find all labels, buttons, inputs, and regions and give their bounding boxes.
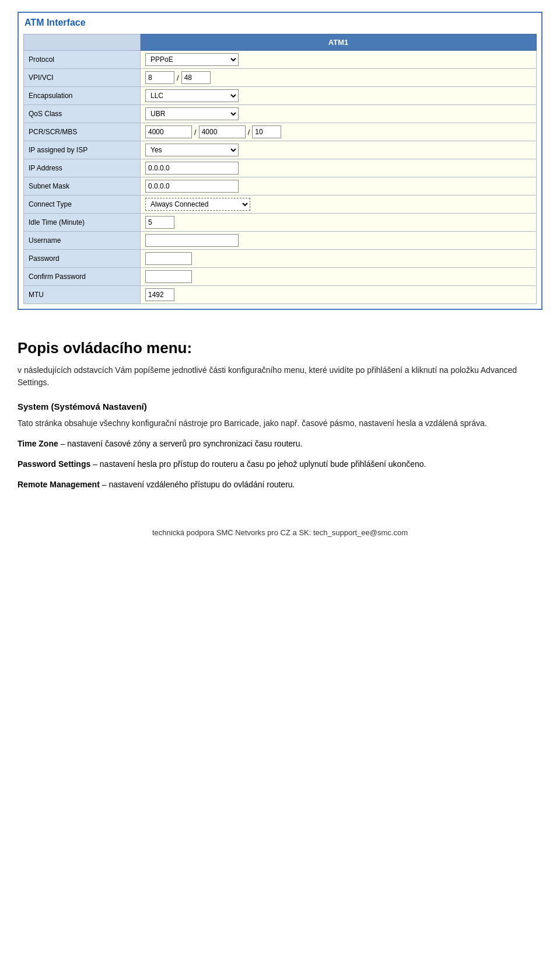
desc-item-0: System (Systémová Nastavení)Tato stránka… <box>18 400 542 430</box>
atm-interface-section: ATM Interface ATM1 ProtocolPPPoEVPI/VCI/… <box>18 12 542 310</box>
atm1-header: ATM1 <box>141 34 537 51</box>
select-qos-class[interactable]: UBR <box>145 107 239 120</box>
desc-item-body-0: Tato stránka obsahuje všechny konfigurač… <box>18 417 542 430</box>
atm-row-value-2[interactable]: LLC <box>141 87 537 105</box>
atm-row-label-9: Idle Time (Minute) <box>24 214 141 232</box>
desc-item-1: Time Zone – nastavení časové zóny a serv… <box>18 438 542 450</box>
atm-row-label-11: Password <box>24 250 141 268</box>
pcr-slash1: / <box>194 128 197 137</box>
atm-section-title: ATM Interface <box>19 13 541 34</box>
atm-row-label-3: QoS Class <box>24 105 141 123</box>
atm-row-label-10: Username <box>24 232 141 250</box>
vpi-vci-slash: / <box>177 74 179 82</box>
connect-type-select[interactable]: Always Connected <box>145 198 250 211</box>
atm-row-label-2: Encapsulation <box>24 87 141 105</box>
atm-row-value-0[interactable]: PPPoE <box>141 51 537 69</box>
empty-header <box>24 34 141 51</box>
atm-row-value-10[interactable] <box>141 232 537 250</box>
input-password[interactable] <box>145 252 192 265</box>
input-idle-time-minute-[interactable] <box>145 216 174 229</box>
atm-table: ATM1 ProtocolPPPoEVPI/VCI/EncapsulationL… <box>23 34 537 304</box>
select-ip-assigned-by-isp[interactable]: Yes <box>145 144 239 156</box>
atm-row-value-12[interactable] <box>141 268 537 286</box>
desc-item-3: Remote Management – nastavení vzdáleného… <box>18 479 542 491</box>
atm-row-value-13[interactable] <box>141 286 537 304</box>
atm-row-label-0: Protocol <box>24 51 141 69</box>
vpi-input[interactable] <box>145 71 174 84</box>
desc-item-title-0: System (Systémová Nastavení) <box>18 400 542 414</box>
atm-row-label-6: IP Address <box>24 159 141 177</box>
atm-row-value-9[interactable] <box>141 214 537 232</box>
atm-row-label-7: Subnet Mask <box>24 177 141 196</box>
atm-row-value-8[interactable]: Always Connected <box>141 196 537 214</box>
atm-row-label-8: Connect Type <box>24 196 141 214</box>
desc-main-title: Popis ovládacího menu: <box>18 339 542 357</box>
atm-row-label-13: MTU <box>24 286 141 304</box>
desc-intro: v následujících odstavcích Vám popíšeme … <box>18 364 542 389</box>
pcr-slash2: / <box>248 128 250 137</box>
atm-row-label-5: IP assigned by ISP <box>24 141 141 159</box>
input-ip-address[interactable] <box>145 162 239 175</box>
select-protocol[interactable]: PPPoE <box>145 53 239 66</box>
input-subnet-mask[interactable] <box>145 180 239 193</box>
atm-row-label-1: VPI/VCI <box>24 69 141 87</box>
scr-input[interactable] <box>199 125 246 138</box>
mbs-input[interactable] <box>252 125 281 138</box>
atm-row-value-5[interactable]: Yes <box>141 141 537 159</box>
description-section: Popis ovládacího menu: v následujících o… <box>18 333 542 505</box>
atm-row-label-12: Confirm Password <box>24 268 141 286</box>
select-encapsulation[interactable]: LLC <box>145 89 239 102</box>
input-username[interactable] <box>145 234 239 247</box>
input-confirm-password[interactable] <box>145 270 192 283</box>
atm-row-value-11[interactable] <box>141 250 537 268</box>
atm-row-label-4: PCR/SCR/MBS <box>24 123 141 141</box>
atm-row-value-7[interactable] <box>141 177 537 196</box>
footer: technická podpora SMC Netvorks pro CZ a … <box>18 522 542 537</box>
vci-input[interactable] <box>181 71 211 84</box>
atm-row-value-1[interactable]: / <box>141 69 537 87</box>
desc-item-2: Password Settings – nastavení hesla pro … <box>18 458 542 470</box>
input-mtu[interactable] <box>145 288 174 301</box>
atm-row-value-4[interactable]: // <box>141 123 537 141</box>
pcr-input[interactable] <box>145 125 192 138</box>
atm-row-value-3[interactable]: UBR <box>141 105 537 123</box>
atm-row-value-6[interactable] <box>141 159 537 177</box>
